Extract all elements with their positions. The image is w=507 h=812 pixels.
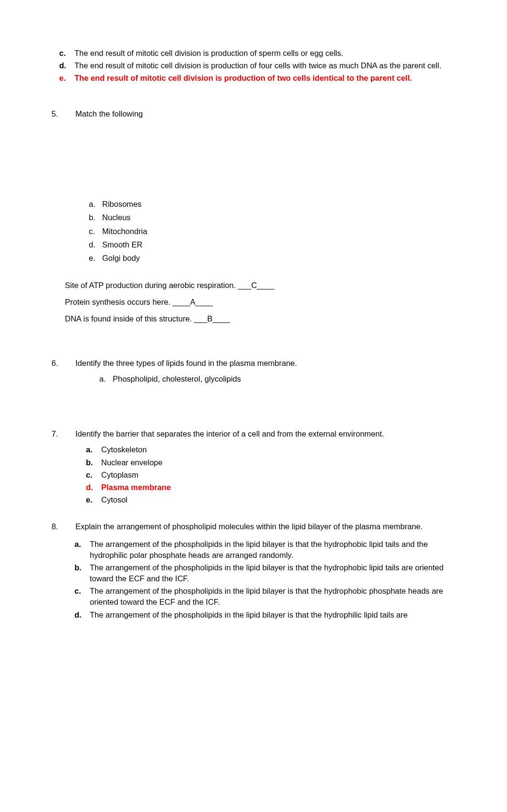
option-text: Phospholipid, cholesterol, glycolipids (113, 374, 241, 385)
question-prompt: Identify the three types of lipids found… (75, 358, 455, 369)
option-d: d. The end result of mitotic cell divisi… (59, 60, 455, 71)
option-a: a. Cytoskeleton (86, 444, 455, 455)
question-number: 7. (52, 428, 75, 507)
question-number: 5. (52, 108, 75, 119)
question-body: Identify the barrier that separates the … (75, 428, 455, 507)
option-text: Cytosol (101, 494, 455, 505)
option-c: c. The end result of mitotic cell divisi… (59, 48, 455, 59)
option-marker: d. (89, 239, 102, 250)
option-marker: b. (89, 212, 102, 223)
option-text: Cytoplasm (101, 470, 455, 481)
match-option-a: a. Ribosomes (89, 199, 455, 210)
document-page: c. The end result of mitotic cell divisi… (0, 0, 507, 812)
question-6: 6. Identify the three types of lipids fo… (52, 358, 455, 385)
match-stmt-1: Site of ATP production during aerobic re… (65, 280, 455, 291)
option-marker: a. (89, 199, 102, 210)
match-option-e: e. Golgi body (89, 253, 455, 264)
option-c: c. The arrangement of the phospholipids … (74, 586, 455, 608)
match-statements: Site of ATP production during aerobic re… (65, 280, 455, 324)
option-b: b. Nuclear envelope (86, 457, 455, 468)
match-options: a. Ribosomes b. Nucleus c. Mitochondria … (89, 199, 455, 263)
option-marker: a. (74, 539, 90, 561)
option-text: The end result of mitotic cell division … (74, 60, 455, 71)
option-marker: d. (74, 609, 90, 620)
option-marker: e. (89, 253, 102, 264)
option-text: The arrangement of the phospholipids in … (90, 539, 455, 561)
option-text: Nuclear envelope (101, 457, 455, 468)
option-text: The end result of mitotic cell division … (74, 48, 455, 59)
option-text: The end result of mitotic cell division … (74, 73, 455, 84)
option-text: Cytoskeleton (101, 444, 455, 455)
question-body: Explain the arrangement of phospholipid … (75, 521, 455, 622)
option-marker: b. (74, 562, 90, 584)
option-text: Golgi body (102, 253, 140, 264)
match-stmt-3: DNA is found inside of this structure. _… (65, 313, 455, 324)
option-text: Plasma membrane (101, 482, 455, 493)
option-marker: c. (86, 470, 101, 481)
option-marker: a. (86, 444, 101, 455)
question-5: 5. Match the following (52, 108, 455, 119)
option-marker: c. (89, 226, 102, 237)
question-body: Identify the three types of lipids found… (75, 358, 455, 385)
option-marker: c. (74, 586, 90, 608)
option-marker: a. (99, 374, 113, 385)
option-marker: d. (86, 482, 101, 493)
q7-options: a. Cytoskeleton b. Nuclear envelope c. C… (86, 444, 455, 505)
question-prompt: Explain the arrangement of phospholipid … (75, 521, 455, 532)
q6-answer: a. Phospholipid, cholesterol, glycolipid… (99, 374, 455, 385)
option-e-correct: e. The end result of mitotic cell divisi… (59, 73, 455, 84)
option-text: The arrangement of the phospholipids in … (90, 562, 455, 584)
q8-options: a. The arrangement of the phospholipids … (74, 539, 455, 620)
question-body: Match the following (75, 108, 455, 119)
question-number: 6. (52, 358, 75, 385)
match-option-b: b. Nucleus (89, 212, 455, 223)
option-c: c. Cytoplasm (86, 470, 455, 481)
option-marker: e. (86, 494, 101, 505)
option-text: The arrangement of the phospholipids in … (90, 609, 455, 620)
option-b: b. The arrangement of the phospholipids … (74, 562, 455, 584)
match-option-c: c. Mitochondria (89, 226, 455, 237)
option-e: e. Cytosol (86, 494, 455, 505)
option-marker: b. (86, 457, 101, 468)
match-option-d: d. Smooth ER (89, 239, 455, 250)
prior-question-options: c. The end result of mitotic cell divisi… (59, 48, 455, 84)
option-marker: d. (59, 60, 74, 71)
option-text: Smooth ER (102, 239, 142, 250)
question-8: 8. Explain the arrangement of phospholip… (52, 521, 455, 622)
option-d-correct: d. Plasma membrane (86, 482, 455, 493)
option-text: The arrangement of the phospholipids in … (90, 586, 455, 608)
option-a: a. The arrangement of the phospholipids … (74, 539, 455, 561)
option-marker: c. (59, 48, 74, 59)
option-marker: e. (59, 73, 74, 84)
option-text: Ribosomes (102, 199, 142, 210)
question-prompt: Match the following (75, 108, 455, 119)
question-7: 7. Identify the barrier that separates t… (52, 428, 455, 507)
match-stmt-2: Protein synthesis occurs here. ____A____ (65, 297, 455, 308)
question-number: 8. (52, 521, 75, 622)
question-prompt: Identify the barrier that separates the … (75, 428, 455, 439)
option-text: Nucleus (102, 212, 131, 223)
option-text: Mitochondria (102, 226, 147, 237)
option-d: d. The arrangement of the phospholipids … (74, 609, 455, 620)
